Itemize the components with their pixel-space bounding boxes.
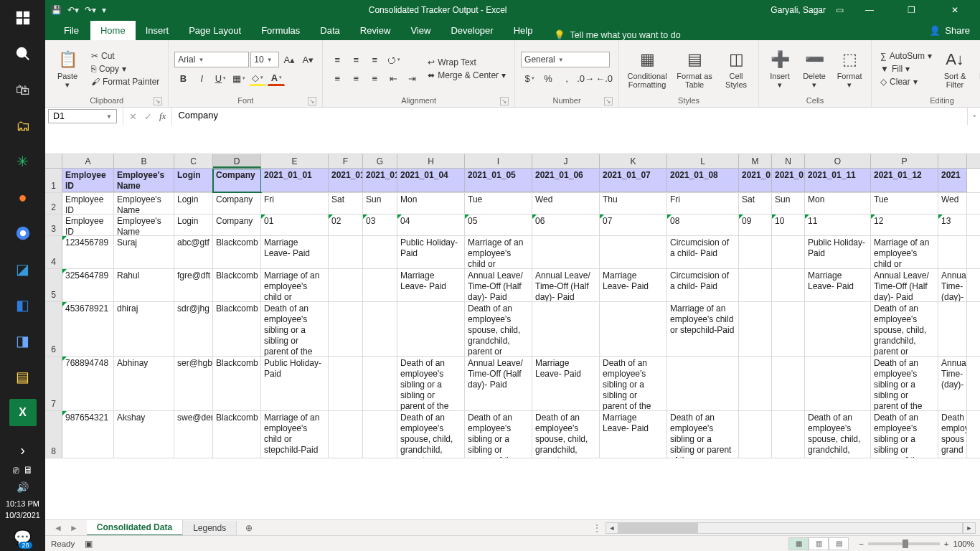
grid-cell[interactable]: 123456789 <box>62 236 114 268</box>
grid-cell[interactable]: Marriage of an employee's child or stepc… <box>261 411 329 458</box>
tab-page-layout[interactable]: Page Layout <box>179 21 251 40</box>
format-painter-button[interactable]: 🖌Format Painter <box>88 76 162 88</box>
find-select-button[interactable]: 🔍Find & Select <box>975 43 980 95</box>
tab-home[interactable]: Home <box>90 21 136 40</box>
cut-button[interactable]: ✂Cut <box>88 50 162 62</box>
header-cell[interactable]: 2021_01_12 <box>871 169 938 192</box>
grid-cell[interactable]: Death of an employee's spouse, child, gr… <box>397 411 465 458</box>
grid-cell[interactable]: 453678921 <box>62 302 114 356</box>
header-cell[interactable]: Company <box>213 169 261 192</box>
grid-cell[interactable]: ser@hgb <box>174 357 213 410</box>
column-header[interactable]: K <box>600 154 667 168</box>
column-header[interactable]: H <box>397 154 465 168</box>
grid-cell[interactable]: Death of an employee's sibling or a sibl… <box>465 411 532 458</box>
grid-cell[interactable]: Marriage of an employee's child or stepc… <box>261 269 329 301</box>
row-header[interactable]: 7 <box>45 357 62 410</box>
volume-icon[interactable]: 🔊 <box>17 479 29 496</box>
zoom-control[interactable]: − + 100% <box>859 540 974 548</box>
row-header[interactable]: 1 <box>45 169 62 192</box>
hscroll-thumb[interactable] <box>619 523 698 533</box>
grid-cell[interactable]: Blackcomb <box>213 302 261 356</box>
grid-cell[interactable]: Death of an employee's sibling or a sibl… <box>261 302 329 356</box>
store-icon[interactable]: 🛍 <box>6 73 39 106</box>
delete-cells-button[interactable]: ➖Delete▾ <box>799 43 829 95</box>
grid-cell[interactable] <box>329 357 363 410</box>
copy-button[interactable]: ⎘Copy ▾ <box>88 63 162 75</box>
header-cell[interactable]: Employee's Name <box>114 169 174 192</box>
excel-taskbar-icon[interactable]: X <box>6 396 39 429</box>
grid-cell[interactable]: Circumcision of a child- Paid <box>667 236 739 268</box>
hscroll-left-button[interactable]: ◄ <box>606 522 618 534</box>
grid-cell[interactable]: Blackcomb <box>213 411 261 458</box>
conditional-formatting-button[interactable]: ▦Conditional Formatting <box>625 43 669 95</box>
grid-cell[interactable]: Employee ID <box>62 215 114 235</box>
number-dialog-launcher[interactable]: ↘ <box>604 97 613 105</box>
grid-cell[interactable]: swe@derf <box>174 411 213 458</box>
grid-cell[interactable] <box>600 236 667 268</box>
number-format-combo[interactable]: General▼ <box>521 52 610 67</box>
header-cell[interactable]: 2021_01_03 <box>363 169 397 192</box>
align-left-button[interactable]: ≡ <box>329 70 346 86</box>
tray-icons[interactable]: ⎚🖥 <box>13 461 33 479</box>
grid-cell[interactable]: Akshay <box>114 411 174 458</box>
start-button[interactable] <box>6 1 39 34</box>
clear-button[interactable]: ◇Clear ▾ <box>877 76 935 88</box>
sheet-tab-consolidated[interactable]: Consolidated Data <box>87 520 183 536</box>
formula-bar-input[interactable]: Company <box>172 108 967 125</box>
orientation-button[interactable]: ⭯ <box>385 52 402 67</box>
row-header[interactable]: 6 <box>45 302 62 356</box>
autosum-button[interactable]: ∑AutoSum ▾ <box>877 50 935 62</box>
grid-cell[interactable]: Sat <box>739 193 772 214</box>
zoom-in-button[interactable]: + <box>944 540 949 548</box>
minimize-button[interactable]: — <box>854 0 885 20</box>
hscroll-splitter[interactable]: ⋮ <box>593 523 601 533</box>
app-icon-4[interactable]: ▤ <box>6 360 39 393</box>
row-header[interactable]: 3 <box>45 215 62 235</box>
zoom-slider[interactable] <box>868 542 940 545</box>
app-icon-1[interactable]: ✳ <box>6 145 39 178</box>
qat-customize-icon[interactable]: ▾ <box>102 5 106 15</box>
grid-cell[interactable]: Suraj <box>114 236 174 268</box>
add-sheet-button[interactable]: ⊕ <box>237 523 261 533</box>
grid-cell[interactable] <box>805 302 871 356</box>
grid-cell[interactable]: 987654321 <box>62 411 114 458</box>
hscroll-right-button[interactable]: ► <box>963 522 976 534</box>
borders-button[interactable]: ▦ <box>230 70 248 86</box>
notifications-icon[interactable]: 💬28 <box>6 525 39 550</box>
grid-cell[interactable] <box>739 357 772 410</box>
grid-cell[interactable]: Death of an employee's spouse, child, gr… <box>871 302 938 356</box>
grid-cell[interactable] <box>329 269 363 301</box>
grid-cell[interactable]: Sun <box>772 193 805 214</box>
grid-cell[interactable]: 04 <box>397 215 465 235</box>
row-header[interactable]: 4 <box>45 236 62 268</box>
grid-cell[interactable]: Marriage Leave- Paid <box>261 236 329 268</box>
header-cell[interactable]: 2021_01_09 <box>739 169 772 192</box>
increase-decimal-button[interactable]: .0→ <box>577 70 594 86</box>
app-icon-2[interactable]: ◪ <box>6 253 39 286</box>
grid-body[interactable]: 1Employee IDEmployee's NameLoginCompany2… <box>45 169 980 519</box>
header-cell[interactable]: Login <box>174 169 213 192</box>
header-cell[interactable]: 2021_01_05 <box>465 169 532 192</box>
grid-cell[interactable] <box>329 411 363 458</box>
column-header[interactable]: F <box>329 154 363 168</box>
row-header[interactable]: 8 <box>45 411 62 458</box>
column-header[interactable]: B <box>114 154 174 168</box>
user-name[interactable]: Garyali, Sagar <box>771 5 826 15</box>
fill-button[interactable]: ▼Fill ▾ <box>877 63 935 75</box>
font-name-combo[interactable]: Arial▼ <box>174 52 249 67</box>
decrease-font-button[interactable]: A▾ <box>299 52 316 67</box>
grid-cell[interactable]: Death of an employee's sibling or a sibl… <box>871 411 938 458</box>
grid-cell[interactable]: 06 <box>532 215 600 235</box>
format-as-table-button[interactable]: ▤Format as Table <box>674 43 715 95</box>
grid-cell[interactable]: Marriage of an employee's child or stepc… <box>667 302 739 356</box>
close-button[interactable]: ✕ <box>937 0 973 20</box>
grid-cell[interactable]: Login <box>174 215 213 235</box>
grid-cell[interactable]: Marriage of an employee's child or stepc… <box>465 236 532 268</box>
grid-cell[interactable]: Wed <box>532 193 600 214</box>
undo-icon[interactable]: ↶▾ <box>67 5 79 15</box>
grid-cell[interactable] <box>805 357 871 410</box>
font-size-combo[interactable]: 10▼ <box>250 52 279 67</box>
grid-cell[interactable] <box>363 269 397 301</box>
grid-cell[interactable]: Mon <box>397 193 465 214</box>
align-middle-button[interactable]: ≡ <box>347 52 364 67</box>
